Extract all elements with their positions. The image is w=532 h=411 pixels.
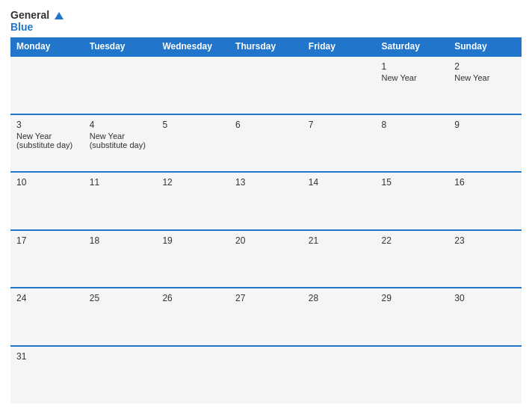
day-number: 27 bbox=[235, 293, 297, 303]
calendar-cell: 31 bbox=[10, 346, 84, 404]
day-number: 28 bbox=[309, 293, 370, 303]
calendar-cell bbox=[84, 56, 157, 114]
calendar-cell bbox=[84, 346, 157, 404]
day-number: 16 bbox=[454, 177, 516, 188]
day-event: New Year bbox=[454, 73, 516, 82]
day-event: (substitute day) bbox=[16, 140, 78, 149]
day-number: 3 bbox=[16, 120, 78, 130]
calendar-cell: 13 bbox=[229, 172, 303, 230]
calendar-cell: 23 bbox=[448, 230, 522, 288]
calendar-cell: 28 bbox=[303, 288, 376, 346]
logo-general-text: General bbox=[10, 9, 49, 21]
calendar-cell: 26 bbox=[156, 288, 229, 346]
calendar-body: 1New Year2New Year3New Year(substitute d… bbox=[10, 56, 522, 404]
calendar-cell: 2New Year bbox=[448, 56, 522, 114]
calendar-cell: 17 bbox=[10, 230, 84, 288]
day-number: 19 bbox=[162, 235, 223, 246]
calendar-cell bbox=[303, 56, 376, 114]
day-number: 25 bbox=[90, 293, 151, 303]
calendar-cell bbox=[10, 56, 84, 114]
day-number: 13 bbox=[235, 177, 297, 188]
calendar-week-1: 3New Year(substitute day)4New Year(subst… bbox=[10, 114, 522, 173]
calendar-week-0: 1New Year2New Year bbox=[10, 56, 522, 114]
calendar-week-3: 17181920212223 bbox=[10, 230, 522, 288]
day-number: 22 bbox=[382, 235, 443, 246]
calendar-cell bbox=[156, 346, 229, 404]
day-of-week-monday: Monday bbox=[10, 37, 84, 56]
calendar-cell: 4New Year(substitute day) bbox=[84, 114, 157, 173]
day-number: 6 bbox=[235, 120, 297, 130]
day-event: New Year bbox=[90, 132, 151, 140]
day-number: 2 bbox=[454, 61, 516, 72]
calendar-cell: 27 bbox=[229, 288, 303, 346]
calendar-cell: 1New Year bbox=[376, 56, 449, 114]
logo-line2: Blue bbox=[10, 21, 64, 33]
day-number: 4 bbox=[90, 120, 151, 130]
calendar-cell bbox=[229, 56, 303, 114]
day-number: 9 bbox=[454, 120, 516, 130]
day-number: 1 bbox=[382, 61, 443, 72]
day-event: New Year bbox=[382, 73, 443, 82]
calendar-cell: 12 bbox=[156, 172, 229, 230]
day-number: 18 bbox=[90, 235, 151, 246]
logo-line1: General bbox=[10, 9, 64, 21]
calendar-cell: 30 bbox=[448, 288, 522, 346]
day-number: 29 bbox=[382, 293, 443, 303]
calendar-cell: 8 bbox=[376, 114, 449, 173]
calendar-week-4: 24252627282930 bbox=[10, 288, 522, 346]
day-number: 21 bbox=[309, 235, 370, 246]
day-number: 26 bbox=[162, 293, 223, 303]
logo-triangle-icon bbox=[55, 12, 64, 19]
logo: General Blue bbox=[10, 9, 64, 33]
day-event: (substitute day) bbox=[90, 140, 151, 149]
calendar-cell: 24 bbox=[10, 288, 84, 346]
calendar-cell: 16 bbox=[448, 172, 522, 230]
calendar-header-row: MondayTuesdayWednesdayThursdayFridaySatu… bbox=[10, 37, 522, 56]
logo-blue-text: Blue bbox=[10, 21, 33, 33]
calendar-cell: 14 bbox=[303, 172, 376, 230]
calendar-cell: 11 bbox=[84, 172, 157, 230]
calendar-week-2: 10111213141516 bbox=[10, 172, 522, 230]
calendar-cell: 7 bbox=[303, 114, 376, 173]
calendar-cell: 5 bbox=[156, 114, 229, 173]
day-of-week-thursday: Thursday bbox=[229, 37, 303, 56]
day-number: 23 bbox=[454, 235, 516, 246]
calendar-cell: 20 bbox=[229, 230, 303, 288]
day-number: 20 bbox=[235, 235, 297, 246]
day-of-week-tuesday: Tuesday bbox=[84, 37, 157, 56]
calendar-cell: 6 bbox=[229, 114, 303, 173]
day-number: 15 bbox=[382, 177, 443, 188]
calendar-cell: 9 bbox=[448, 114, 522, 173]
day-number: 24 bbox=[16, 293, 78, 303]
calendar-cell bbox=[156, 56, 229, 114]
calendar-cell: 22 bbox=[376, 230, 449, 288]
day-number: 17 bbox=[16, 235, 78, 246]
day-of-week-sunday: Sunday bbox=[448, 37, 522, 56]
calendar-cell: 3New Year(substitute day) bbox=[10, 114, 84, 173]
calendar-cell: 29 bbox=[376, 288, 449, 346]
calendar-cell bbox=[376, 346, 449, 404]
day-number: 14 bbox=[309, 177, 370, 188]
day-number: 7 bbox=[309, 120, 370, 130]
calendar-cell: 18 bbox=[84, 230, 157, 288]
day-number: 8 bbox=[382, 120, 443, 130]
calendar-cell: 25 bbox=[84, 288, 157, 346]
calendar-cell bbox=[303, 346, 376, 404]
calendar-cell: 10 bbox=[10, 172, 84, 230]
day-number: 12 bbox=[162, 177, 223, 188]
calendar-cell: 21 bbox=[303, 230, 376, 288]
day-of-week-wednesday: Wednesday bbox=[156, 37, 229, 56]
calendar-table: MondayTuesdayWednesdayThursdayFridaySatu… bbox=[10, 37, 522, 404]
calendar-cell bbox=[448, 346, 522, 404]
day-event: New Year bbox=[16, 132, 78, 140]
day-of-week-friday: Friday bbox=[303, 37, 376, 56]
calendar-cell: 15 bbox=[376, 172, 449, 230]
day-of-week-saturday: Saturday bbox=[376, 37, 449, 56]
calendar-week-5: 31 bbox=[10, 346, 522, 404]
day-number: 11 bbox=[90, 177, 151, 188]
calendar-cell: 19 bbox=[156, 230, 229, 288]
calendar-header: General Blue bbox=[10, 9, 522, 33]
day-number: 5 bbox=[162, 120, 223, 130]
day-number: 10 bbox=[16, 177, 78, 188]
day-number: 30 bbox=[454, 293, 516, 303]
